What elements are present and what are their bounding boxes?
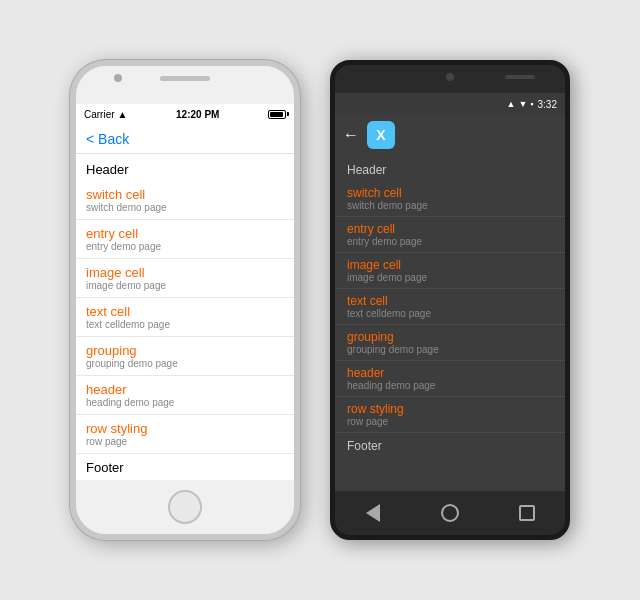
iphone-list: switch cell switch demo page entry cell …: [76, 181, 294, 454]
android-content: Header switch cell switch demo page entr…: [335, 155, 565, 491]
android-speaker: [505, 75, 535, 79]
iphone-item-subtitle: grouping demo page: [86, 358, 284, 369]
android-wifi-icon: ▼: [518, 99, 527, 109]
android-list-item[interactable]: header heading demo page: [335, 361, 565, 397]
iphone-item-title: grouping: [86, 343, 284, 358]
android-section-footer: Footer: [335, 433, 565, 459]
iphone-section-header: Header: [76, 154, 294, 181]
iphone-bottom-bar: [76, 480, 294, 534]
iphone-item-subtitle: entry demo page: [86, 241, 284, 252]
android-status-icons: ▲ ▼ ▪: [506, 99, 533, 109]
iphone-item-subtitle: image demo page: [86, 280, 284, 291]
android-app-icon: X: [367, 121, 395, 149]
iphone-list-item[interactable]: switch cell switch demo page: [76, 181, 294, 220]
android-status-bar: ▲ ▼ ▪ 3:32: [335, 93, 565, 115]
iphone-top-bar: [76, 66, 294, 104]
iphone-item-title: switch cell: [86, 187, 284, 202]
battery-icon: [268, 110, 286, 119]
android-camera: [446, 73, 454, 81]
android-item-subtitle: entry demo page: [347, 236, 553, 247]
iphone-item-subtitle: heading demo page: [86, 397, 284, 408]
android-toolbar: ← X: [335, 115, 565, 155]
android-time: 3:32: [538, 99, 557, 110]
iphone-camera: [114, 74, 122, 82]
android-item-title: header: [347, 366, 553, 380]
iphone-list-item[interactable]: grouping grouping demo page: [76, 337, 294, 376]
android-list-item[interactable]: image cell image demo page: [335, 253, 565, 289]
iphone-device: Carrier ▲ 12:20 PM < Back Header switch …: [70, 60, 300, 540]
iphone-list-item[interactable]: image cell image demo page: [76, 259, 294, 298]
iphone-item-title: header: [86, 382, 284, 397]
android-list-item[interactable]: switch cell switch demo page: [335, 181, 565, 217]
android-item-title: entry cell: [347, 222, 553, 236]
android-device: ▲ ▼ ▪ 3:32 ← X Header switch cell switch…: [330, 60, 570, 540]
iphone-list-item[interactable]: text cell text celldemo page: [76, 298, 294, 337]
android-item-subtitle: switch demo page: [347, 200, 553, 211]
iphone-list-item[interactable]: header heading demo page: [76, 376, 294, 415]
iphone-wifi-icon: ▲: [118, 109, 128, 120]
android-battery-icon: ▪: [530, 99, 533, 109]
android-back-nav-button[interactable]: [359, 499, 387, 527]
iphone-content: Header switch cell switch demo page entr…: [76, 154, 294, 480]
android-item-subtitle: heading demo page: [347, 380, 553, 391]
android-back-button[interactable]: ←: [343, 126, 359, 144]
android-home-nav-button[interactable]: [436, 499, 464, 527]
iphone-speaker: [160, 76, 210, 81]
android-signal-icon: ▲: [506, 99, 515, 109]
iphone-home-button[interactable]: [168, 490, 202, 524]
iphone-battery: [268, 110, 286, 119]
android-bottom-nav: [335, 491, 565, 535]
android-home-circle-icon: [441, 504, 459, 522]
android-item-subtitle: row page: [347, 416, 553, 427]
android-item-subtitle: text celldemo page: [347, 308, 553, 319]
android-back-triangle-icon: [366, 504, 380, 522]
iphone-item-title: row styling: [86, 421, 284, 436]
iphone-nav-bar: < Back: [76, 124, 294, 154]
android-list-item[interactable]: row styling row page: [335, 397, 565, 433]
android-list-item[interactable]: grouping grouping demo page: [335, 325, 565, 361]
android-list-item[interactable]: entry cell entry demo page: [335, 217, 565, 253]
android-item-subtitle: grouping demo page: [347, 344, 553, 355]
iphone-list-item[interactable]: row styling row page: [76, 415, 294, 454]
iphone-item-subtitle: text celldemo page: [86, 319, 284, 330]
android-list: switch cell switch demo page entry cell …: [335, 181, 565, 433]
iphone-status-bar: Carrier ▲ 12:20 PM: [76, 104, 294, 124]
android-item-subtitle: image demo page: [347, 272, 553, 283]
iphone-item-title: entry cell: [86, 226, 284, 241]
android-item-title: switch cell: [347, 186, 553, 200]
iphone-carrier: Carrier: [84, 109, 115, 120]
iphone-back-button[interactable]: < Back: [86, 131, 129, 147]
android-item-title: text cell: [347, 294, 553, 308]
android-section-header: Header: [335, 155, 565, 181]
iphone-status-left: Carrier ▲: [84, 109, 127, 120]
iphone-time: 12:20 PM: [176, 109, 219, 120]
android-item-title: image cell: [347, 258, 553, 272]
iphone-item-subtitle: row page: [86, 436, 284, 447]
android-recents-square-icon: [519, 505, 535, 521]
android-recents-nav-button[interactable]: [513, 499, 541, 527]
android-item-title: row styling: [347, 402, 553, 416]
iphone-list-item[interactable]: entry cell entry demo page: [76, 220, 294, 259]
android-item-title: grouping: [347, 330, 553, 344]
android-top-bar: [335, 65, 565, 93]
iphone-item-title: text cell: [86, 304, 284, 319]
battery-fill: [270, 112, 283, 117]
iphone-section-footer: Footer: [76, 454, 294, 480]
android-list-item[interactable]: text cell text celldemo page: [335, 289, 565, 325]
iphone-item-title: image cell: [86, 265, 284, 280]
iphone-item-subtitle: switch demo page: [86, 202, 284, 213]
